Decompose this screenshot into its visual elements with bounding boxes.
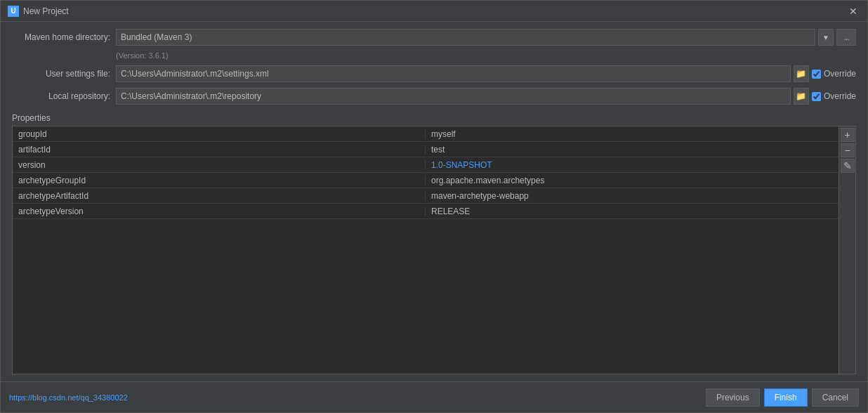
local-repo-input[interactable] xyxy=(116,88,791,105)
property-value: maven-archetype-webapp xyxy=(426,191,839,201)
maven-home-dropdown-button[interactable]: ▼ xyxy=(818,29,834,46)
maven-home-ellipsis-button[interactable]: ... xyxy=(836,29,856,46)
dialog: U New Project ✕ Maven home directory: ▼ … xyxy=(0,0,868,413)
property-key: artifactId xyxy=(13,145,426,155)
user-settings-override-checkbox[interactable] xyxy=(812,70,821,79)
local-repo-row: Local repository: 📁 Override xyxy=(12,88,856,105)
maven-home-input[interactable] xyxy=(116,29,815,46)
property-value: RELEASE xyxy=(426,206,839,216)
property-value: org.apache.maven.archetypes xyxy=(426,176,839,185)
finish-button[interactable]: Finish xyxy=(764,388,808,407)
properties-table-wrapper: groupIdmyselfartifactIdtestversion1.0-SN… xyxy=(12,126,856,374)
local-repo-override-checkbox[interactable] xyxy=(812,92,821,101)
local-repo-override-row: Override xyxy=(812,91,856,101)
table-row[interactable]: archetypeGroupIdorg.apache.maven.archety… xyxy=(13,173,839,188)
user-settings-folder-button[interactable]: 📁 xyxy=(794,65,809,82)
property-value: test xyxy=(426,145,839,155)
user-settings-label: User settings file: xyxy=(12,69,110,79)
previous-button[interactable]: Previous xyxy=(706,388,760,407)
local-repo-input-container: 📁 Override xyxy=(116,88,856,105)
footer: https://blog.csdn.net/qq_34380022 Previo… xyxy=(1,381,867,412)
add-property-button[interactable]: + xyxy=(841,128,855,142)
local-repo-label: Local repository: xyxy=(12,91,110,101)
user-settings-override-label: Override xyxy=(824,69,856,79)
maven-home-input-container: ▼ ... xyxy=(116,29,856,46)
table-row[interactable]: archetypeArtifactIdmaven-archetype-webap… xyxy=(13,188,839,204)
properties-header: Properties xyxy=(12,113,856,123)
property-key: archetypeGroupId xyxy=(13,176,426,185)
properties-table: groupIdmyselfartifactIdtestversion1.0-SN… xyxy=(13,126,839,374)
dialog-title: New Project xyxy=(23,6,69,16)
table-row[interactable]: groupIdmyself xyxy=(13,126,839,142)
edit-property-button[interactable]: ✎ xyxy=(841,159,855,173)
version-text: (Version: 3.6.1) xyxy=(116,51,856,60)
footer-url: https://blog.csdn.net/qq_34380022 xyxy=(9,393,702,402)
properties-section: Properties groupIdmyselfartifactIdtestve… xyxy=(12,113,856,374)
property-key: archetypeVersion xyxy=(13,206,426,216)
property-value: 1.0-SNAPSHOT xyxy=(426,160,839,170)
property-key: archetypeArtifactId xyxy=(13,191,426,201)
user-settings-row: User settings file: 📁 Override xyxy=(12,65,856,82)
user-settings-input[interactable] xyxy=(116,65,791,82)
dialog-content: Maven home directory: ▼ ... (Version: 3.… xyxy=(1,22,867,381)
title-bar: U New Project ✕ xyxy=(1,1,867,22)
local-repo-folder-button[interactable]: 📁 xyxy=(794,88,809,105)
title-bar-left: U New Project xyxy=(8,6,69,17)
property-key: groupId xyxy=(13,129,426,139)
table-row[interactable]: version1.0-SNAPSHOT xyxy=(13,157,839,173)
cancel-button[interactable]: Cancel xyxy=(812,388,859,407)
maven-home-row: Maven home directory: ▼ ... xyxy=(12,29,856,46)
properties-sidebar: + − ✎ xyxy=(839,126,855,374)
property-value: myself xyxy=(426,129,839,139)
close-button[interactable]: ✕ xyxy=(846,6,860,17)
user-settings-input-container: 📁 Override xyxy=(116,65,856,82)
remove-property-button[interactable]: − xyxy=(841,143,855,157)
user-settings-override-row: Override xyxy=(812,69,856,79)
table-row[interactable]: artifactIdtest xyxy=(13,142,839,157)
maven-home-label: Maven home directory: xyxy=(12,32,110,42)
table-row[interactable]: archetypeVersionRELEASE xyxy=(13,204,839,219)
app-icon: U xyxy=(8,6,19,17)
property-key: version xyxy=(13,160,426,170)
local-repo-override-label: Override xyxy=(824,91,856,101)
